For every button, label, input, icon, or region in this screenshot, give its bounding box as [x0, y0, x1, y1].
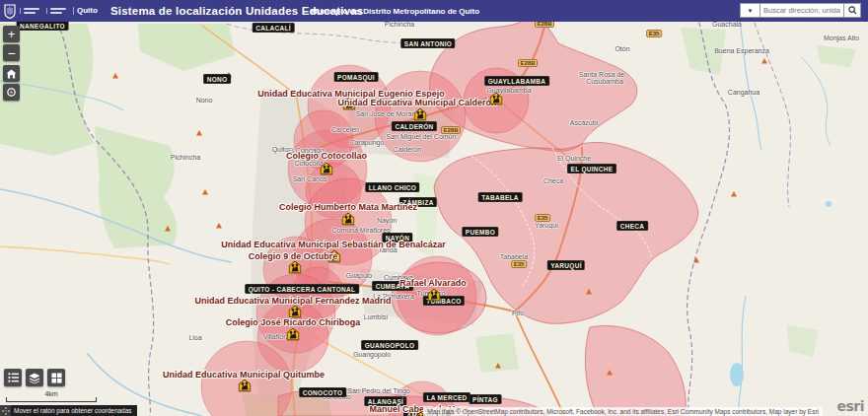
- school-sign-icon: [342, 212, 355, 226]
- search-source-dropdown[interactable]: ▼: [740, 3, 760, 18]
- school-label: Unidad Educativa Municipal Sebastián de …: [221, 240, 446, 249]
- search-button[interactable]: [843, 3, 861, 18]
- place-label: El Quinche: [557, 155, 591, 162]
- chevron-down-icon: ▼: [748, 8, 754, 14]
- parish-badge: PÍNTAG: [470, 395, 501, 404]
- logo-block-1: [20, 8, 42, 14]
- place-label: Nayón: [377, 217, 397, 224]
- place-label: Lumbisí: [364, 313, 389, 320]
- road-shield: E28B: [441, 126, 461, 134]
- legend-list-icon: [8, 373, 19, 382]
- parish-badge: EL QUINCHE: [568, 165, 616, 173]
- map-attribution: Map data © OpenStreetMap contributors, M…: [423, 407, 823, 416]
- zoom-out-button[interactable]: −: [3, 44, 20, 61]
- locate-me-button[interactable]: [3, 84, 20, 101]
- place-label: Pichincha: [171, 154, 200, 161]
- layers-button[interactable]: [26, 369, 43, 386]
- app-window: San Antonio dePichinchaGuachaláOtónBuena…: [0, 0, 868, 416]
- parish-badge: YARUQUÍ: [547, 261, 584, 270]
- municipality-logos: Quito: [4, 2, 101, 20]
- basemap-gallery-button[interactable]: [47, 369, 65, 386]
- zoom-in-button[interactable]: +: [3, 26, 20, 42]
- place-label: Otón: [615, 45, 629, 52]
- place-label: Monjas Alto: [824, 35, 859, 41]
- parish-badge: QUITO - CABECERA CANTONAL: [246, 285, 359, 294]
- parish-badge: PUEMBO: [463, 228, 498, 237]
- layers-icon: [29, 373, 40, 383]
- place-label: Nono: [196, 97, 213, 104]
- search-icon: [848, 6, 857, 15]
- place-label: Santa Rosa de: [579, 71, 624, 78]
- school-sign-icon: [289, 260, 302, 274]
- place-label: Yaruquí: [535, 222, 558, 229]
- logo-block-2: [46, 8, 69, 14]
- school-sign-icon: [490, 92, 503, 105]
- parish-badge: GUANGOPOLO: [362, 341, 418, 350]
- legend-button[interactable]: [4, 369, 22, 386]
- place-label: San Pedro del Tingo: [347, 387, 409, 394]
- school-sign-icon: [239, 379, 252, 392]
- parish-badge: SAN ANTONIO: [401, 39, 455, 48]
- school-icon[interactable]: [428, 288, 441, 302]
- parish-badge: LA MERCED: [423, 393, 470, 402]
- parish-badge: TABABELA: [478, 193, 522, 202]
- parish-badge: CALDERÓN: [392, 122, 436, 131]
- place-label: Guápulo: [346, 272, 372, 279]
- home-extent-button[interactable]: [3, 65, 20, 82]
- map-labels-layer: San Antonio dePichinchaGuachaláOtónBuena…: [0, 0, 868, 416]
- place-label: Pifo: [512, 310, 524, 316]
- school-label: Colegio Humberto Mata Martínez: [279, 202, 417, 212]
- place-label: Checa: [543, 177, 563, 184]
- parish-badge: CALACALÍ: [253, 24, 294, 33]
- place-label: Lloa: [188, 334, 201, 341]
- school-icon[interactable]: [239, 379, 252, 392]
- school-label: Colegio Cotocollao: [286, 151, 367, 161]
- school-sign-icon: [414, 107, 427, 121]
- school-icon[interactable]: [342, 212, 355, 226]
- scale-label: 4km: [44, 390, 57, 397]
- app-subtitle: Municipio del Distrito Metropolitano de …: [311, 7, 479, 16]
- parish-badge: NANEGALITO: [17, 22, 68, 31]
- school-icon[interactable]: [414, 107, 427, 121]
- quito-crest-logo: [4, 4, 16, 19]
- place-label: Cusubamba: [586, 78, 623, 85]
- school-sign-icon: [289, 305, 302, 318]
- attribution-text: Map data © OpenStreetMap contributors, M…: [427, 408, 819, 415]
- place-label: San Carlos: [293, 175, 327, 182]
- place-label: Buena Esperanza: [714, 47, 769, 54]
- school-icon[interactable]: [289, 305, 302, 318]
- scale-line: [6, 397, 97, 402]
- road-shield: E35: [646, 30, 662, 37]
- basemap-grid-icon: [51, 373, 62, 383]
- search-bar: ▼: [740, 3, 861, 18]
- place-label: Calderón: [394, 146, 421, 153]
- place-label: Guangopolo: [353, 351, 391, 358]
- home-icon: [6, 69, 17, 79]
- crosshair-icon[interactable]: [0, 405, 11, 416]
- parish-badge: POMASQUI: [334, 73, 378, 82]
- road-shield: E35: [511, 260, 527, 268]
- parish-badge: GUAYLLABAMBA: [485, 77, 549, 86]
- search-input[interactable]: [760, 3, 843, 18]
- school-icon[interactable]: [287, 327, 300, 341]
- school-icon[interactable]: [321, 162, 333, 175]
- school-sign-icon: [321, 162, 333, 175]
- coordinates-status-bar: Mover el ratón para obtener coordenadas: [0, 405, 137, 416]
- scale-bar: 4km: [6, 390, 97, 402]
- place-label: Tababela: [500, 253, 528, 260]
- app-header: Quito Sistema de localización Unidades E…: [0, 0, 868, 22]
- school-icon[interactable]: [289, 260, 302, 274]
- place-label: Villaflora: [263, 333, 290, 340]
- road-shield: E35: [535, 214, 550, 222]
- place-label: Carcelén: [331, 126, 359, 133]
- place-label: Ascázubi: [570, 119, 598, 126]
- status-message: Mover el ratón para obtener coordenadas: [14, 407, 132, 414]
- place-label: Carapungo: [350, 139, 385, 146]
- parish-badge: CHECA: [617, 222, 648, 231]
- school-sign-icon: [287, 327, 300, 341]
- school-icon[interactable]: [490, 92, 503, 105]
- quito-logo: Quito: [73, 7, 101, 15]
- school-label: Unidad Educativa Municipal Calderón: [337, 98, 496, 107]
- parish-badge: LLANO CHICO: [366, 183, 419, 192]
- school-label: Colegio José Ricardo Chiriboga: [226, 317, 361, 327]
